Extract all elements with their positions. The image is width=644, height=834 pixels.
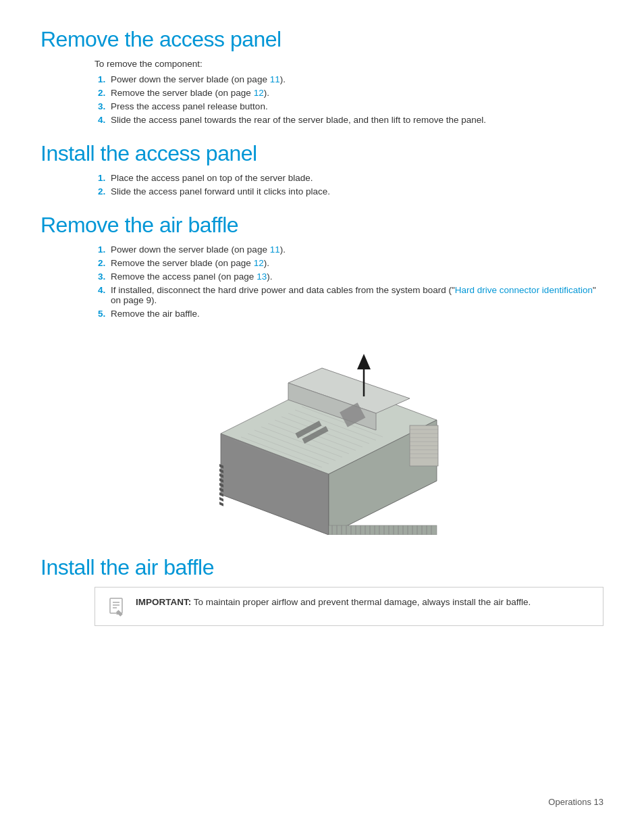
page-link-12[interactable]: 12 — [254, 88, 264, 98]
list-item: If installed, disconnect the hard drive … — [108, 285, 603, 305]
svg-rect-40 — [329, 525, 437, 535]
important-text: IMPORTANT: To maintain proper airflow an… — [136, 596, 531, 609]
important-box: IMPORTANT: To maintain proper airflow an… — [95, 587, 603, 626]
hard-drive-link[interactable]: Hard drive connector identification — [455, 285, 593, 295]
steps-list-install-access-panel: Place the access panel on top of the ser… — [95, 173, 603, 197]
list-item: Remove the access panel (on page 13). — [108, 271, 603, 282]
section-remove-access-panel: Remove the access panel To remove the co… — [41, 27, 603, 125]
page-link-13[interactable]: 13 — [257, 271, 267, 282]
list-item: Press the access panel release button. — [108, 101, 603, 111]
intro-text: To remove the component: — [95, 59, 603, 69]
page-link-12b[interactable]: 12 — [254, 258, 264, 268]
svg-marker-36 — [357, 354, 371, 369]
important-icon — [106, 596, 128, 617]
page-link-11b[interactable]: 11 — [270, 244, 280, 255]
hardware-image — [41, 339, 603, 535]
list-item: Remove the server blade (on page 12). — [108, 258, 603, 268]
svg-rect-63 — [110, 598, 122, 613]
section-install-air-baffle: Install the air baffle IMPORTANT: To mai… — [41, 555, 603, 626]
server-blade-svg — [180, 339, 464, 535]
section-remove-air-baffle: Remove the air baffle Power down the ser… — [41, 213, 603, 535]
list-item: Power down the server blade (on page 11)… — [108, 244, 603, 255]
list-item: Power down the server blade (on page 11)… — [108, 74, 603, 84]
important-body: To maintain proper airflow and prevent t… — [194, 597, 531, 607]
steps-list-remove-access-panel: Power down the server blade (on page 11)… — [95, 74, 603, 125]
footer: Operations 13 — [548, 797, 603, 807]
svg-rect-22 — [219, 497, 223, 502]
steps-list-remove-air-baffle: Power down the server blade (on page 11)… — [95, 244, 603, 319]
page-link-11[interactable]: 11 — [270, 74, 280, 84]
list-item: Remove the air baffle. — [108, 309, 603, 319]
svg-rect-23 — [219, 502, 223, 506]
section-title-install-air-baffle: Install the air baffle — [41, 555, 603, 580]
section-install-access-panel: Install the access panel Place the acces… — [41, 141, 603, 197]
list-item: Remove the server blade (on page 12). — [108, 88, 603, 98]
footer-text: Operations 13 — [548, 797, 603, 807]
list-item: Place the access panel on top of the ser… — [108, 173, 603, 183]
section-title-install-access-panel: Install the access panel — [41, 141, 603, 166]
important-label: IMPORTANT: — [136, 597, 191, 607]
list-item: Slide the access panel towards the rear … — [108, 115, 603, 125]
section-title-remove-access-panel: Remove the access panel — [41, 27, 603, 52]
list-item: Slide the access panel forward until it … — [108, 186, 603, 197]
section-title-remove-air-baffle: Remove the air baffle — [41, 213, 603, 238]
